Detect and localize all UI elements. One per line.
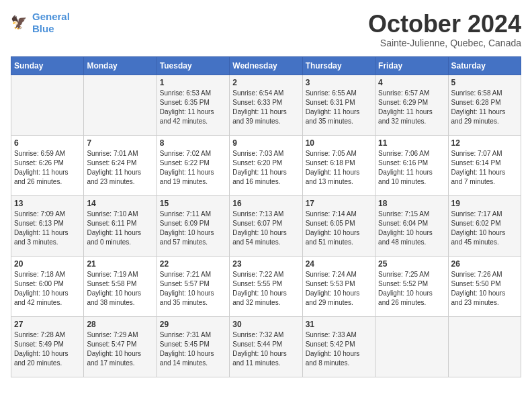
day-info: Sunrise: 7:01 AMSunset: 6:24 PMDaylight:… [87, 149, 153, 187]
day-number: 18 [378, 199, 445, 208]
day-info: Sunrise: 7:13 AMSunset: 6:07 PMDaylight:… [232, 210, 299, 247]
day-info: Sunrise: 7:14 AMSunset: 6:05 PMDaylight:… [306, 210, 372, 247]
calendar-cell: 5Sunrise: 6:58 AMSunset: 6:28 PMDaylight… [448, 75, 521, 135]
day-info: Sunrise: 7:21 AMSunset: 5:57 PMDaylight:… [160, 270, 226, 308]
day-number: 4 [378, 78, 445, 87]
calendar-cell: 22Sunrise: 7:21 AMSunset: 5:57 PMDayligh… [157, 256, 229, 316]
day-number: 16 [232, 199, 299, 208]
day-number: 20 [14, 259, 81, 269]
calendar-cell: 11Sunrise: 7:06 AMSunset: 6:16 PMDayligh… [375, 135, 448, 195]
day-info: Sunrise: 6:55 AMSunset: 6:31 PMDaylight:… [306, 89, 372, 126]
calendar-cell: 18Sunrise: 7:15 AMSunset: 6:04 PMDayligh… [375, 195, 448, 256]
day-info: Sunrise: 7:06 AMSunset: 6:16 PMDaylight:… [378, 149, 445, 187]
calendar-cell: 14Sunrise: 7:10 AMSunset: 6:11 PMDayligh… [84, 195, 157, 256]
calendar-cell: 8Sunrise: 7:02 AMSunset: 6:22 PMDaylight… [157, 135, 229, 195]
calendar-cell: 28Sunrise: 7:29 AMSunset: 5:47 PMDayligh… [84, 316, 157, 377]
day-info: Sunrise: 7:25 AMSunset: 5:52 PMDaylight:… [378, 270, 445, 308]
calendar-cell: 15Sunrise: 7:11 AMSunset: 6:09 PMDayligh… [157, 195, 229, 256]
calendar-header-row: SundayMondayTuesdayWednesdayThursdayFrid… [11, 56, 521, 75]
day-info: Sunrise: 6:54 AMSunset: 6:33 PMDaylight:… [232, 89, 299, 126]
day-number: 27 [14, 320, 81, 329]
day-number: 15 [160, 199, 226, 208]
day-info: Sunrise: 6:59 AMSunset: 6:26 PMDaylight:… [14, 149, 81, 187]
day-number: 2 [232, 78, 299, 87]
calendar-cell: 25Sunrise: 7:25 AMSunset: 5:52 PMDayligh… [375, 256, 448, 316]
calendar-week-row: 13Sunrise: 7:09 AMSunset: 6:13 PMDayligh… [11, 195, 521, 256]
calendar-cell: 10Sunrise: 7:05 AMSunset: 6:18 PMDayligh… [302, 135, 375, 195]
svg-text:🦅: 🦅 [11, 14, 28, 30]
calendar-cell: 13Sunrise: 7:09 AMSunset: 6:13 PMDayligh… [11, 195, 84, 256]
calendar-cell: 27Sunrise: 7:28 AMSunset: 5:49 PMDayligh… [11, 316, 84, 377]
day-info: Sunrise: 7:28 AMSunset: 5:49 PMDaylight:… [14, 330, 81, 368]
calendar-cell: 21Sunrise: 7:19 AMSunset: 5:58 PMDayligh… [84, 256, 157, 316]
calendar-cell: 31Sunrise: 7:33 AMSunset: 5:42 PMDayligh… [302, 316, 375, 377]
day-info: Sunrise: 7:29 AMSunset: 5:47 PMDaylight:… [87, 330, 153, 368]
calendar-cell: 6Sunrise: 6:59 AMSunset: 6:26 PMDaylight… [11, 135, 84, 195]
day-number: 8 [160, 138, 226, 148]
calendar-table: SundayMondayTuesdayWednesdayThursdayFrid… [11, 56, 521, 377]
day-number: 3 [306, 78, 372, 87]
day-number: 29 [160, 320, 226, 329]
calendar-cell: 4Sunrise: 6:57 AMSunset: 6:29 PMDaylight… [375, 75, 448, 135]
calendar-cell: 19Sunrise: 7:17 AMSunset: 6:02 PMDayligh… [448, 195, 521, 256]
day-number: 14 [87, 199, 153, 208]
day-info: Sunrise: 7:18 AMSunset: 6:00 PMDaylight:… [14, 270, 81, 308]
day-info: Sunrise: 7:02 AMSunset: 6:22 PMDaylight:… [160, 149, 226, 187]
header-saturday: Saturday [448, 56, 521, 75]
day-info: Sunrise: 7:26 AMSunset: 5:50 PMDaylight:… [451, 270, 518, 308]
logo-text: General Blue [32, 11, 70, 35]
header-wednesday: Wednesday [230, 56, 302, 75]
calendar-week-row: 27Sunrise: 7:28 AMSunset: 5:49 PMDayligh… [11, 316, 521, 377]
calendar-cell [84, 75, 157, 135]
day-info: Sunrise: 7:19 AMSunset: 5:58 PMDaylight:… [87, 270, 153, 308]
day-number: 5 [451, 78, 518, 87]
logo-bird-icon: 🦅 [11, 13, 30, 32]
calendar-cell: 30Sunrise: 7:32 AMSunset: 5:44 PMDayligh… [230, 316, 302, 377]
header-monday: Monday [84, 56, 157, 75]
calendar-cell [11, 75, 84, 135]
day-info: Sunrise: 7:07 AMSunset: 6:14 PMDaylight:… [451, 149, 518, 187]
calendar-week-row: 6Sunrise: 6:59 AMSunset: 6:26 PMDaylight… [11, 135, 521, 195]
day-info: Sunrise: 7:10 AMSunset: 6:11 PMDaylight:… [87, 210, 153, 247]
day-number: 13 [14, 199, 81, 208]
header-sunday: Sunday [11, 56, 84, 75]
title-block: October 2024 Sainte-Julienne, Quebec, Ca… [368, 11, 521, 48]
month-title: October 2024 [368, 11, 521, 38]
calendar-cell: 26Sunrise: 7:26 AMSunset: 5:50 PMDayligh… [448, 256, 521, 316]
day-number: 1 [160, 78, 226, 87]
logo-line1: General [32, 11, 70, 22]
calendar-cell: 2Sunrise: 6:54 AMSunset: 6:33 PMDaylight… [230, 75, 302, 135]
day-number: 11 [378, 138, 445, 148]
page-header: 🦅 General Blue October 2024 Sainte-Julie… [11, 11, 521, 48]
day-info: Sunrise: 7:11 AMSunset: 6:09 PMDaylight:… [160, 210, 226, 247]
calendar-cell: 20Sunrise: 7:18 AMSunset: 6:00 PMDayligh… [11, 256, 84, 316]
logo-line2: Blue [32, 23, 54, 34]
day-info: Sunrise: 7:24 AMSunset: 5:53 PMDaylight:… [306, 270, 372, 308]
day-number: 28 [87, 320, 153, 329]
day-number: 25 [378, 259, 445, 269]
day-number: 7 [87, 138, 153, 148]
calendar-cell: 23Sunrise: 7:22 AMSunset: 5:55 PMDayligh… [230, 256, 302, 316]
day-info: Sunrise: 7:15 AMSunset: 6:04 PMDaylight:… [378, 210, 445, 247]
day-number: 12 [451, 138, 518, 148]
day-info: Sunrise: 6:57 AMSunset: 6:29 PMDaylight:… [378, 89, 445, 126]
header-thursday: Thursday [302, 56, 375, 75]
day-info: Sunrise: 7:09 AMSunset: 6:13 PMDaylight:… [14, 210, 81, 247]
calendar-week-row: 20Sunrise: 7:18 AMSunset: 6:00 PMDayligh… [11, 256, 521, 316]
day-number: 23 [232, 259, 299, 269]
day-info: Sunrise: 6:53 AMSunset: 6:35 PMDaylight:… [160, 89, 226, 126]
day-number: 31 [306, 320, 372, 329]
logo: 🦅 General Blue [11, 11, 70, 35]
calendar-cell: 24Sunrise: 7:24 AMSunset: 5:53 PMDayligh… [302, 256, 375, 316]
day-number: 9 [232, 138, 299, 148]
calendar-cell [375, 316, 448, 377]
day-number: 19 [451, 199, 518, 208]
calendar-cell: 9Sunrise: 7:03 AMSunset: 6:20 PMDaylight… [230, 135, 302, 195]
calendar-cell: 3Sunrise: 6:55 AMSunset: 6:31 PMDaylight… [302, 75, 375, 135]
day-info: Sunrise: 7:17 AMSunset: 6:02 PMDaylight:… [451, 210, 518, 247]
day-number: 22 [160, 259, 226, 269]
day-info: Sunrise: 7:32 AMSunset: 5:44 PMDaylight:… [232, 330, 299, 368]
header-tuesday: Tuesday [157, 56, 229, 75]
day-info: Sunrise: 7:22 AMSunset: 5:55 PMDaylight:… [232, 270, 299, 308]
day-number: 21 [87, 259, 153, 269]
